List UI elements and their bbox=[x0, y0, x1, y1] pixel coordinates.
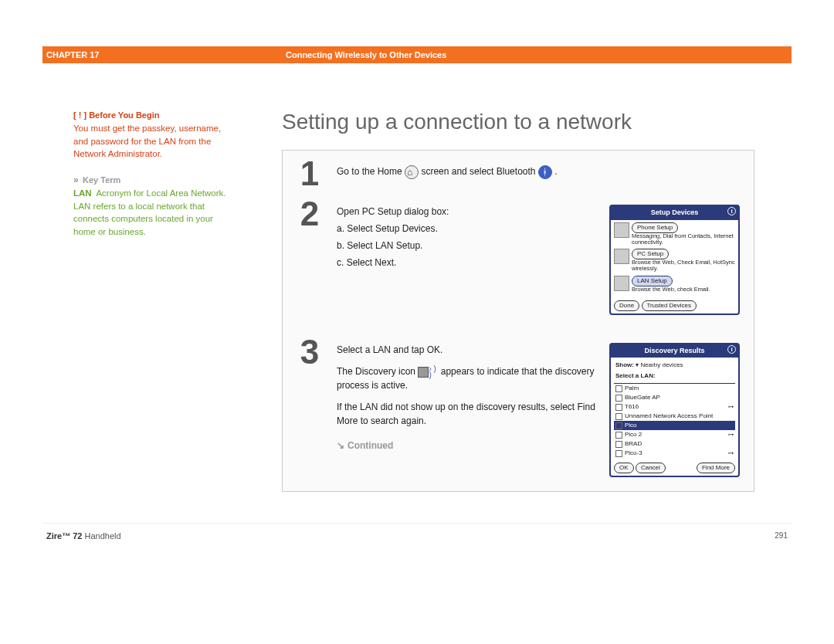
lan-list-row: Unnamed Network Access Point bbox=[614, 412, 735, 421]
lan-list-row: Pico 2⊶ bbox=[614, 430, 735, 439]
keyterm-arrows-icon: » bbox=[73, 175, 77, 185]
page-number: 291 bbox=[775, 531, 788, 541]
before-prefix: [ ! ] Before You Begin bbox=[73, 110, 159, 120]
setup-item: PC SetupBrowse the Web, Check Email, Hot… bbox=[614, 249, 735, 273]
step-number-1: 1 bbox=[283, 151, 337, 191]
page-footer: Zire™ 72 Handheld 291 bbox=[42, 523, 792, 541]
ok-button: OK bbox=[614, 463, 634, 473]
bluetooth-icon bbox=[538, 165, 552, 179]
trusted-devices-button: Trusted Devices bbox=[642, 300, 697, 311]
setup-option-button: LAN Setup bbox=[632, 276, 673, 286]
page-title: Setting up a connection to a network bbox=[282, 110, 792, 134]
before-you-begin: [ ! ] Before You Begin You must get the … bbox=[73, 110, 259, 161]
lan-list-row: T616⊶ bbox=[614, 402, 735, 412]
lan-list-row: Pico-3⊶ bbox=[614, 449, 735, 458]
lan-device-icon bbox=[615, 422, 622, 429]
key-icon: ⊶ bbox=[728, 449, 734, 458]
lan-list-row: BRAD bbox=[614, 439, 735, 449]
done-button: Done bbox=[614, 300, 639, 311]
lan-device-icon bbox=[615, 395, 622, 402]
key-term-block: » Key Term LAN Acronym for Local Area Ne… bbox=[73, 175, 259, 239]
key-icon: ⊶ bbox=[728, 430, 734, 439]
discovery-results-screenshot: Discovery Resultsi Show: ▾ Nearby device… bbox=[609, 343, 740, 478]
before-text: You must get the passkey, username, and … bbox=[73, 122, 228, 161]
discovery-icon: › ) ) bbox=[418, 366, 438, 378]
keyterm-text: LAN Acronym for Local Area Network. LAN … bbox=[73, 187, 228, 239]
continued-arrow-icon: ↘ bbox=[337, 440, 344, 451]
continued-label: ↘Continued bbox=[337, 439, 602, 452]
chapter-label: CHAPTER 17 bbox=[42, 50, 286, 59]
steps-box: 1 Go to the Home screen and select Bluet… bbox=[282, 150, 754, 492]
step-1-body: Go to the Home screen and select Bluetoo… bbox=[337, 151, 754, 191]
setup-option-button: PC Setup bbox=[632, 249, 669, 259]
section-title: Connecting Wirelessly to Other Devices bbox=[286, 50, 446, 59]
find-more-button: Find More bbox=[697, 463, 735, 473]
step-3-body: Select a LAN and tap OK. The Discovery i… bbox=[337, 343, 609, 484]
cancel-button: Cancel bbox=[636, 463, 666, 473]
step-number-3: 3 bbox=[283, 329, 337, 492]
lan-device-icon bbox=[615, 441, 622, 448]
lan-device-icon bbox=[615, 385, 622, 392]
keyterm-label: Key Term bbox=[83, 175, 120, 185]
info-icon: i bbox=[727, 345, 736, 354]
setup-option-button: Phone Setup bbox=[632, 222, 678, 233]
setup-devices-screenshot: Setup Devicesi Phone SetupMessaging, Dia… bbox=[609, 205, 740, 315]
lan-device-icon bbox=[615, 432, 622, 439]
setup-item: LAN SetupBrowse the Web, check Email. bbox=[614, 276, 735, 293]
info-icon: i bbox=[727, 207, 736, 215]
lan-device-icon bbox=[615, 404, 622, 411]
lan-device-icon bbox=[615, 450, 622, 457]
chapter-header: CHAPTER 17 Connecting Wirelessly to Othe… bbox=[42, 46, 792, 63]
step-2-body: Open PC Setup dialog box: a. Select Setu… bbox=[337, 205, 609, 321]
device-type-icon bbox=[614, 222, 629, 238]
lan-list-row: Palm bbox=[614, 384, 735, 393]
lan-list-row: BlueGate AP bbox=[614, 393, 735, 402]
setup-item: Phone SetupMessaging, Dial from Contacts… bbox=[614, 222, 735, 246]
setup-option-desc: Browse the Web, check Email. bbox=[632, 286, 710, 293]
device-type-icon bbox=[614, 276, 629, 291]
device-type-icon bbox=[614, 249, 629, 264]
key-icon: ⊶ bbox=[728, 402, 734, 412]
step-number-2: 2 bbox=[283, 191, 337, 329]
setup-option-desc: Browse the Web, Check Email, HotSync wir… bbox=[632, 259, 735, 273]
product-name: Zire™ 72 Handheld bbox=[46, 531, 121, 541]
lan-device-icon bbox=[615, 413, 622, 420]
home-icon bbox=[405, 165, 419, 179]
lan-list-row: Pico bbox=[614, 421, 735, 430]
setup-option-desc: Messaging, Dial from Contacts, Internet … bbox=[632, 233, 735, 246]
